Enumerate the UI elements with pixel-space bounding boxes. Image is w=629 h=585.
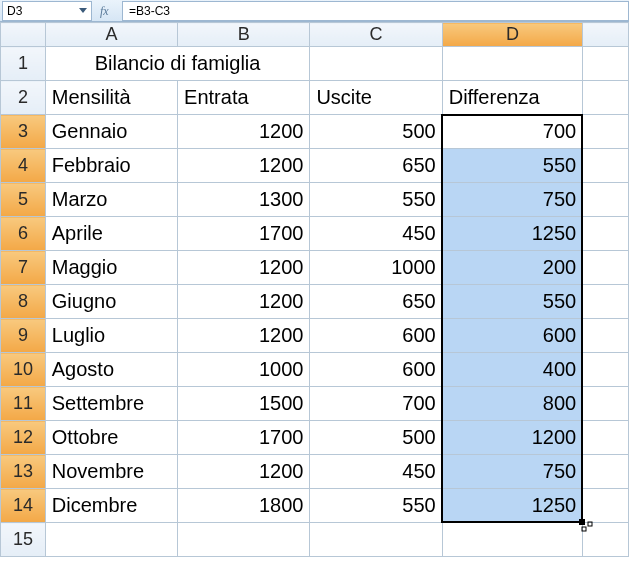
row-header-10[interactable]: 10	[1, 353, 46, 387]
cell-D13[interactable]: 750	[442, 455, 582, 489]
cell-C10[interactable]: 600	[310, 353, 442, 387]
row-header-7[interactable]: 7	[1, 251, 46, 285]
cell-B9[interactable]: 1200	[178, 319, 310, 353]
cell-C8[interactable]: 650	[310, 285, 442, 319]
cell-D15[interactable]	[442, 523, 582, 557]
cell-A8[interactable]: Giugno	[45, 285, 177, 319]
cell-C2[interactable]: Uscite	[310, 81, 442, 115]
cell-A10[interactable]: Agosto	[45, 353, 177, 387]
cell-C6[interactable]: 450	[310, 217, 442, 251]
col-header-A[interactable]: A	[45, 23, 177, 47]
row-header-1[interactable]: 1	[1, 47, 46, 81]
cell-D14[interactable]: 1250	[442, 489, 582, 523]
row-header-5[interactable]: 5	[1, 183, 46, 217]
select-all-corner[interactable]	[1, 23, 46, 47]
cell-B4[interactable]: 1200	[178, 149, 310, 183]
cell-E13[interactable]	[583, 455, 629, 489]
cell-C3[interactable]: 500	[310, 115, 442, 149]
cell-C15[interactable]	[310, 523, 442, 557]
cell-B15[interactable]	[178, 523, 310, 557]
col-header-B[interactable]: B	[178, 23, 310, 47]
cell-D12[interactable]: 1200	[442, 421, 582, 455]
cell-B13[interactable]: 1200	[178, 455, 310, 489]
cell-E1[interactable]	[583, 47, 629, 81]
cell-E5[interactable]	[583, 183, 629, 217]
col-header-D[interactable]: D	[442, 23, 582, 47]
cell-B10[interactable]: 1000	[178, 353, 310, 387]
cell-D4[interactable]: 550	[442, 149, 582, 183]
row-header-15[interactable]: 15	[1, 523, 46, 557]
spreadsheet-grid[interactable]: A B C D 1Bilancio di famiglia2MensilitàE…	[0, 22, 629, 557]
name-box[interactable]: D3	[2, 1, 92, 21]
cell-C11[interactable]: 700	[310, 387, 442, 421]
cell-E14[interactable]	[583, 489, 629, 523]
cell-E10[interactable]	[583, 353, 629, 387]
cell-B8[interactable]: 1200	[178, 285, 310, 319]
cell-A1[interactable]: Bilancio di famiglia	[45, 47, 310, 81]
fx-icon[interactable]: fx	[100, 4, 116, 18]
cell-D9[interactable]: 600	[442, 319, 582, 353]
cell-B3[interactable]: 1200	[178, 115, 310, 149]
row-header-14[interactable]: 14	[1, 489, 46, 523]
row-header-4[interactable]: 4	[1, 149, 46, 183]
chevron-down-icon[interactable]	[79, 8, 87, 13]
cell-A11[interactable]: Settembre	[45, 387, 177, 421]
cell-A7[interactable]: Maggio	[45, 251, 177, 285]
cell-B12[interactable]: 1700	[178, 421, 310, 455]
col-header-E[interactable]	[583, 23, 629, 47]
cell-B2[interactable]: Entrata	[178, 81, 310, 115]
row-header-3[interactable]: 3	[1, 115, 46, 149]
cell-B5[interactable]: 1300	[178, 183, 310, 217]
cell-D6[interactable]: 1250	[442, 217, 582, 251]
cell-C14[interactable]: 550	[310, 489, 442, 523]
cell-E11[interactable]	[583, 387, 629, 421]
cell-E15[interactable]	[583, 523, 629, 557]
cell-A4[interactable]: Febbraio	[45, 149, 177, 183]
cell-B14[interactable]: 1800	[178, 489, 310, 523]
cell-D11[interactable]: 800	[442, 387, 582, 421]
cell-D10[interactable]: 400	[442, 353, 582, 387]
row-header-9[interactable]: 9	[1, 319, 46, 353]
cell-A2[interactable]: Mensilità	[45, 81, 177, 115]
formula-input[interactable]: =B3-C3	[122, 1, 629, 21]
row-header-12[interactable]: 12	[1, 421, 46, 455]
cell-E8[interactable]	[583, 285, 629, 319]
cell-A15[interactable]	[45, 523, 177, 557]
cell-E9[interactable]	[583, 319, 629, 353]
cell-A9[interactable]: Luglio	[45, 319, 177, 353]
cell-E7[interactable]	[583, 251, 629, 285]
cell-C9[interactable]: 600	[310, 319, 442, 353]
row-header-13[interactable]: 13	[1, 455, 46, 489]
row-header-2[interactable]: 2	[1, 81, 46, 115]
cell-C12[interactable]: 500	[310, 421, 442, 455]
col-header-C[interactable]: C	[310, 23, 442, 47]
cell-A14[interactable]: Dicembre	[45, 489, 177, 523]
cell-D5[interactable]: 750	[442, 183, 582, 217]
row-header-11[interactable]: 11	[1, 387, 46, 421]
row-header-6[interactable]: 6	[1, 217, 46, 251]
cell-E2[interactable]	[583, 81, 629, 115]
cell-D2[interactable]: Differenza	[442, 81, 582, 115]
cell-E6[interactable]	[583, 217, 629, 251]
row-header-8[interactable]: 8	[1, 285, 46, 319]
cell-D1[interactable]	[442, 47, 582, 81]
cell-A6[interactable]: Aprile	[45, 217, 177, 251]
cell-C5[interactable]: 550	[310, 183, 442, 217]
cell-B11[interactable]: 1500	[178, 387, 310, 421]
cell-A5[interactable]: Marzo	[45, 183, 177, 217]
cell-E12[interactable]	[583, 421, 629, 455]
cell-C4[interactable]: 650	[310, 149, 442, 183]
cell-A12[interactable]: Ottobre	[45, 421, 177, 455]
cell-E3[interactable]	[583, 115, 629, 149]
cell-D3[interactable]: 700	[442, 115, 582, 149]
cell-C1[interactable]	[310, 47, 442, 81]
cell-D8[interactable]: 550	[442, 285, 582, 319]
cell-B6[interactable]: 1700	[178, 217, 310, 251]
cell-C7[interactable]: 1000	[310, 251, 442, 285]
cell-D7[interactable]: 200	[442, 251, 582, 285]
cell-E4[interactable]	[583, 149, 629, 183]
cell-B7[interactable]: 1200	[178, 251, 310, 285]
cell-A13[interactable]: Novembre	[45, 455, 177, 489]
cell-A3[interactable]: Gennaio	[45, 115, 177, 149]
cell-C13[interactable]: 450	[310, 455, 442, 489]
